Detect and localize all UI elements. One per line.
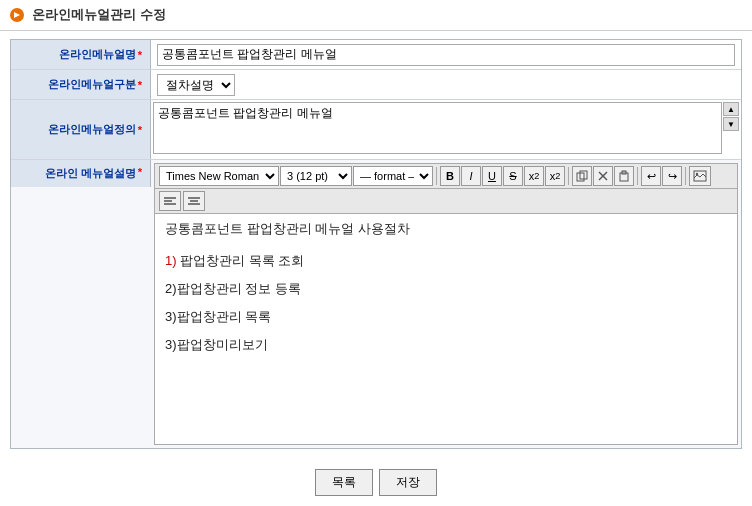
cut-btn[interactable] bbox=[593, 166, 613, 186]
editor-title: 공통콤포넌트 팝업창관리 메뉴얼 사용절차 bbox=[165, 220, 727, 238]
field-menu-type: 절차설명 기능설명 사용법 bbox=[151, 70, 741, 99]
required-star: * bbox=[138, 49, 142, 61]
required-star-3: * bbox=[138, 124, 142, 136]
underline-btn[interactable]: U bbox=[482, 166, 502, 186]
page-title: 온라인메뉴얼관리 수정 bbox=[32, 6, 166, 24]
label-menu-name: 온라인메뉴얼명 * bbox=[11, 40, 151, 69]
format-select[interactable]: — format — Paragraph Heading 1 bbox=[353, 166, 433, 186]
row-menu-name: 온라인메뉴얼명 * bbox=[11, 40, 741, 70]
header-icon bbox=[10, 8, 24, 22]
scroll-down-btn[interactable]: ▼ bbox=[723, 117, 739, 131]
label-menu-type: 온라인메뉴얼구분 * bbox=[11, 70, 151, 99]
font-select[interactable]: Times New Roman Arial bbox=[159, 166, 279, 186]
undo-btn[interactable]: ↩ bbox=[641, 166, 661, 186]
svg-point-8 bbox=[696, 173, 698, 175]
subscript-btn[interactable]: x2 bbox=[524, 166, 544, 186]
form-container: 온라인메뉴얼명 * 온라인메뉴얼구분 * 절차설명 기능설명 사용법 온라인메뉴… bbox=[10, 39, 742, 449]
row-menu-desc: 온라인 메뉴얼설명 * Times New Roman Arial 3 (12 … bbox=[11, 160, 741, 448]
sep1 bbox=[436, 167, 437, 185]
superscript-btn[interactable]: x2 bbox=[545, 166, 565, 186]
sep3 bbox=[637, 167, 638, 185]
row-menu-def: 온라인메뉴얼정의 * 공통콤포넌트 팝업창관리 메뉴얼 ▲ ▼ bbox=[11, 100, 741, 160]
bottom-buttons: 목록 저장 bbox=[0, 457, 752, 504]
page-header: 온라인메뉴얼관리 수정 bbox=[0, 0, 752, 31]
sep2 bbox=[568, 167, 569, 185]
editor-body[interactable]: 공통콤포넌트 팝업창관리 메뉴얼 사용절차 1) 팝업창관리 목록 조회 2)팝… bbox=[155, 214, 737, 444]
copy-btn[interactable] bbox=[572, 166, 592, 186]
italic-btn[interactable]: I bbox=[461, 166, 481, 186]
bold-btn[interactable]: B bbox=[440, 166, 460, 186]
editor-field: Times New Roman Arial 3 (12 pt) 2 (10 pt… bbox=[151, 160, 741, 448]
align-center-btn[interactable] bbox=[183, 191, 205, 211]
required-star-2: * bbox=[138, 79, 142, 91]
editor-item-0: 1) 팝업창관리 목록 조회 bbox=[165, 252, 727, 270]
rich-text-editor: Times New Roman Arial 3 (12 pt) 2 (10 pt… bbox=[154, 163, 738, 445]
menu-name-input[interactable] bbox=[157, 44, 735, 66]
label-menu-def: 온라인메뉴얼정의 * bbox=[11, 100, 151, 159]
svg-rect-6 bbox=[622, 171, 626, 174]
editor-item-3: 3)팝업창미리보기 bbox=[165, 336, 727, 354]
editor-toolbar-row2 bbox=[155, 189, 737, 214]
textarea-wrapper: 공통콤포넌트 팝업창관리 메뉴얼 bbox=[153, 102, 722, 157]
size-select[interactable]: 3 (12 pt) 2 (10 pt) 4 (14 pt) bbox=[280, 166, 352, 186]
list-button[interactable]: 목록 bbox=[315, 469, 373, 496]
menu-def-textarea[interactable]: 공통콤포넌트 팝업창관리 메뉴얼 bbox=[153, 102, 722, 154]
row-menu-type: 온라인메뉴얼구분 * 절차설명 기능설명 사용법 bbox=[11, 70, 741, 100]
sep4 bbox=[685, 167, 686, 185]
save-button[interactable]: 저장 bbox=[379, 469, 437, 496]
paste-btn[interactable] bbox=[614, 166, 634, 186]
align-left-btn[interactable] bbox=[159, 191, 181, 211]
field-menu-def: 공통콤포넌트 팝업창관리 메뉴얼 ▲ ▼ bbox=[151, 100, 741, 159]
label-menu-desc: 온라인 메뉴얼설명 * bbox=[11, 160, 151, 187]
required-star-4: * bbox=[138, 166, 142, 178]
editor-item-1: 2)팝업창관리 정보 등록 bbox=[165, 280, 727, 298]
editor-toolbar: Times New Roman Arial 3 (12 pt) 2 (10 pt… bbox=[155, 164, 737, 189]
scroll-up-btn[interactable]: ▲ bbox=[723, 102, 739, 116]
field-menu-name bbox=[151, 40, 741, 69]
menu-type-select[interactable]: 절차설명 기능설명 사용법 bbox=[157, 74, 235, 96]
editor-item-2: 3)팝업창관리 목록 bbox=[165, 308, 727, 326]
svg-marker-0 bbox=[14, 12, 20, 18]
redo-btn[interactable]: ↪ bbox=[662, 166, 682, 186]
strikethrough-btn[interactable]: S bbox=[503, 166, 523, 186]
image-btn[interactable] bbox=[689, 166, 711, 186]
